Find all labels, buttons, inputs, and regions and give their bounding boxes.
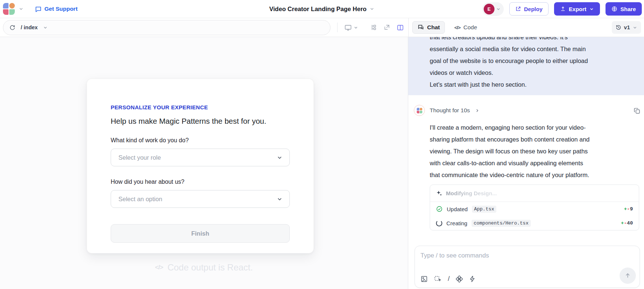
select-element-icon[interactable] (434, 275, 442, 283)
diff-count: +-40 (621, 220, 633, 226)
title-chevron-down-icon[interactable] (369, 6, 375, 11)
send-button[interactable] (620, 268, 636, 284)
project-title[interactable]: Video Creator Landing Page Hero (269, 6, 367, 13)
top-header: Get Support Video Creator Landing Page H… (0, 0, 644, 18)
refresh-icon[interactable] (9, 24, 16, 31)
modal-eyebrow: PERSONALIZE YOUR EXPERIENCE (111, 104, 290, 110)
tab-chat[interactable]: Chat (412, 21, 445, 34)
preview-toolbar: / index (0, 18, 644, 37)
code-tab-label: Code (463, 24, 477, 31)
deploy-button[interactable]: Deploy (509, 2, 549, 16)
source-select[interactable]: Select an option (111, 190, 290, 208)
arrow-up-icon (624, 272, 631, 279)
sparkles-icon (436, 190, 442, 196)
share-button[interactable]: Share (606, 2, 642, 16)
chat-bubble-icon (35, 6, 42, 13)
get-support-label: Get Support (44, 6, 78, 12)
file-chip: App.tsx (472, 206, 497, 213)
role-select-value: Select your role (118, 154, 161, 161)
check-circle-icon (436, 206, 443, 212)
status-title: Modifying Design... (446, 190, 497, 196)
export-button[interactable]: Export (554, 2, 600, 16)
role-select-chevron-down-icon (276, 155, 283, 161)
share-label: Share (620, 6, 636, 12)
export-label: Export (569, 6, 587, 12)
slash-command-icon[interactable]: / (448, 275, 450, 283)
status-row-creating[interactable]: Creating components/Hero.tsx +-40 (430, 216, 639, 230)
toolbar-left: / index (0, 18, 408, 37)
deploy-label: Deploy (524, 6, 543, 12)
device-preview-selector[interactable] (344, 24, 358, 31)
components-icon[interactable] (456, 275, 463, 283)
route-chevron-down-icon[interactable] (43, 25, 48, 30)
account-menu[interactable]: E (482, 2, 504, 16)
code-output-watermark: </> Code output is React. (0, 262, 408, 273)
globe-icon (611, 6, 617, 12)
magic-patterns-app: Get Support Video Creator Landing Page H… (0, 0, 644, 289)
source-select-chevron-down-icon (276, 196, 283, 202)
user-message-text: that lets creators upload and share thei… (430, 37, 637, 90)
monitor-icon (344, 24, 352, 31)
preview-panel: PERSONALIZE YOUR EXPERIENCE Help us make… (0, 37, 408, 289)
history-icon (616, 24, 621, 30)
header-right: E Deploy Export (482, 2, 642, 16)
assistant-message: I'll create a modern, engaging hero sect… (430, 122, 643, 181)
chat-tab-label: Chat (427, 24, 440, 31)
status-card: Modifying Design... Updated App.tsx +-9 … (430, 185, 639, 230)
avatar: E (484, 4, 494, 14)
component-tree-icon[interactable] (370, 24, 377, 31)
chat-panel: that lets creators upload and share thei… (408, 37, 644, 289)
file-chip: components/Hero.tsx (472, 220, 531, 227)
magic-patterns-logo[interactable] (3, 3, 15, 15)
toolbar-divider (337, 23, 338, 32)
copy-icon (634, 107, 641, 114)
thought-chevron-right-icon (475, 108, 480, 113)
chat-composer[interactable]: Type / to see commands / (415, 246, 640, 288)
thought-toggle[interactable]: Thought for 10s (414, 105, 480, 116)
attach-image-icon[interactable] (420, 275, 428, 283)
chat-tab-icon (417, 24, 424, 31)
composer-toolbar: / (420, 275, 476, 283)
get-support-link[interactable]: Get Support (35, 6, 78, 13)
main-area: PERSONALIZE YOUR EXPERIENCE Help us make… (0, 37, 644, 289)
source-select-value: Select an option (118, 196, 162, 203)
route-bar[interactable]: / index (3, 20, 331, 35)
user-message: that lets creators upload and share thei… (408, 37, 644, 95)
status-action: Updated (447, 206, 468, 212)
upload-icon (560, 6, 566, 12)
modal-heading: Help us make Magic Patterns the best for… (111, 117, 290, 126)
diff-count: +-9 (624, 206, 633, 212)
version-label: v1 (624, 24, 630, 30)
personalize-modal: PERSONALIZE YOUR EXPERIENCE Help us make… (87, 79, 314, 253)
finish-button[interactable]: Finish (111, 224, 290, 243)
split-view-icon[interactable] (397, 24, 404, 31)
toolbar-right: Chat </> Code v1 (408, 18, 644, 37)
code-icon: </> (454, 25, 460, 30)
route-path: / index (21, 24, 38, 30)
code-icon: </> (155, 264, 163, 271)
role-question-label: What kind of work do you do? (111, 137, 290, 144)
spinner-icon (436, 220, 442, 226)
popout-preview-icon[interactable] (383, 24, 390, 31)
copy-message-button[interactable] (634, 107, 641, 114)
version-history-selector[interactable]: v1 (612, 21, 641, 34)
device-chevron-down-icon (353, 25, 358, 30)
composer-input[interactable]: Type / to see commands (420, 252, 634, 259)
assistant-avatar (414, 105, 425, 116)
header-left: Get Support (3, 3, 78, 15)
status-action: Creating (446, 220, 467, 226)
source-question-label: How did you hear about us? (111, 179, 290, 185)
watermark-text: Code output is React. (167, 262, 253, 273)
deploy-popout-icon (515, 6, 521, 12)
status-row-updated[interactable]: Updated App.tsx +-9 (430, 202, 639, 216)
export-chevron-down-icon (589, 7, 594, 11)
quick-actions-icon[interactable] (469, 276, 476, 282)
account-chevron-down-icon (496, 7, 501, 11)
workspace-chevron-down-icon[interactable] (19, 6, 24, 11)
tab-code[interactable]: </> Code (449, 21, 482, 34)
version-chevron-down-icon (633, 25, 637, 30)
status-card-header: Modifying Design... (430, 185, 639, 202)
magic-patterns-mini-logo-icon (417, 108, 422, 113)
thought-label: Thought for 10s (430, 107, 470, 114)
role-select[interactable]: Select your role (111, 149, 290, 166)
